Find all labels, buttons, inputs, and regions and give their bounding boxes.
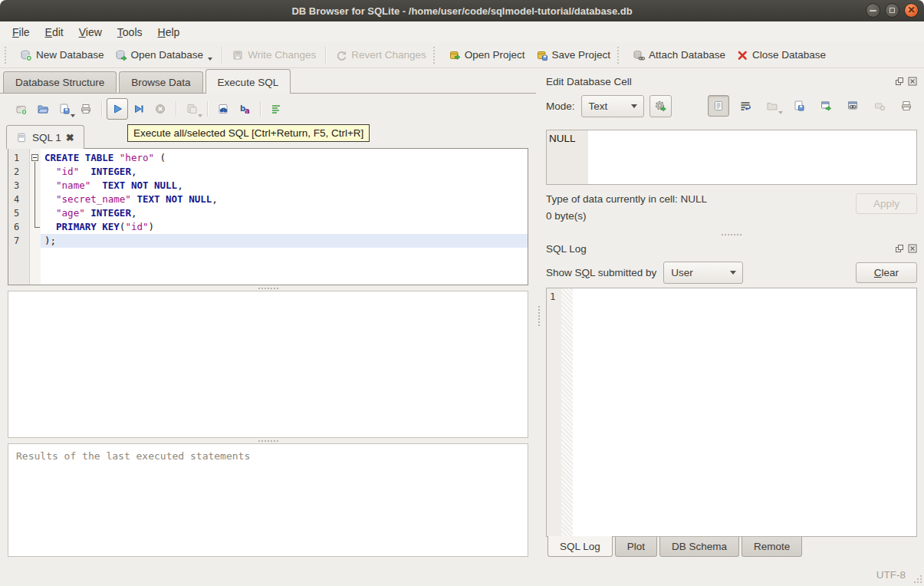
sql-editor[interactable]: 1CREATE TABLE "hero" (2 "id" INTEGER,3 "… bbox=[8, 148, 528, 285]
menu-file[interactable]: File bbox=[5, 23, 38, 41]
minimize-icon[interactable] bbox=[866, 3, 880, 18]
attach-database-button[interactable]: Attach Database bbox=[627, 46, 731, 64]
window-controls: ✕ bbox=[866, 3, 919, 18]
editor-line[interactable]: 1CREATE TABLE "hero" ( bbox=[8, 151, 528, 165]
open-sql-file-button[interactable] bbox=[32, 98, 54, 120]
tab-remote[interactable]: Remote bbox=[742, 537, 802, 557]
cell-value-label: NULL bbox=[547, 130, 588, 184]
open-in-external-app-button[interactable] bbox=[815, 95, 837, 117]
auto-apply-button[interactable] bbox=[649, 95, 672, 117]
save-project-button[interactable]: Save Project bbox=[531, 46, 617, 64]
sql-log-editor[interactable]: 1 bbox=[546, 288, 917, 537]
cell-value-editor[interactable]: NULL bbox=[546, 130, 917, 185]
editor-line[interactable]: 2 "id" INTEGER, bbox=[8, 165, 528, 179]
encoding-indicator[interactable]: UTF-8 bbox=[876, 569, 906, 581]
open-database-dropdown-icon[interactable] bbox=[208, 58, 212, 61]
editor-line[interactable]: 7); bbox=[8, 234, 528, 248]
stop-button[interactable] bbox=[150, 98, 171, 120]
save-project-icon bbox=[536, 49, 548, 61]
save-sql-file-button[interactable] bbox=[54, 98, 75, 120]
new-database-icon bbox=[20, 49, 32, 61]
editor-line[interactable]: 4 "secret_name" TEXT NOT NULL, bbox=[8, 193, 528, 206]
dock-float-icon[interactable] bbox=[895, 244, 904, 253]
tab-execute-sql[interactable]: Execute SQL bbox=[206, 69, 291, 94]
tab-plot[interactable]: Plot bbox=[615, 537, 657, 557]
menu-edit[interactable]: Edit bbox=[38, 23, 71, 41]
horizontal-splitter[interactable] bbox=[0, 285, 536, 291]
open-project-button[interactable]: Open Project bbox=[443, 46, 531, 64]
horizontal-splitter[interactable] bbox=[546, 230, 917, 239]
revert-changes-button[interactable]: Revert Changes bbox=[330, 46, 432, 64]
open-database-button[interactable]: Open Database bbox=[110, 46, 219, 64]
horizontal-splitter[interactable] bbox=[0, 438, 536, 443]
set-null-button[interactable] bbox=[869, 95, 890, 117]
menu-tools[interactable]: Tools bbox=[110, 23, 150, 41]
print-sql-button[interactable] bbox=[75, 98, 97, 120]
results-grid-panel[interactable] bbox=[8, 291, 528, 438]
menu-help[interactable]: Help bbox=[150, 23, 188, 41]
new-tab-button[interactable] bbox=[11, 98, 32, 120]
dock-close-icon[interactable] bbox=[908, 244, 917, 253]
menubar: File Edit View Tools Help bbox=[0, 21, 924, 42]
chevron-down-icon bbox=[631, 104, 637, 108]
sql-log-filter-row: Show SQL submitted by User Clear bbox=[546, 259, 917, 285]
sql-doc-tab[interactable]: SQL 1 ✖ bbox=[6, 125, 84, 149]
close-icon[interactable]: ✕ bbox=[904, 3, 919, 18]
export-data-icon bbox=[793, 100, 805, 112]
word-wrap-icon bbox=[739, 100, 751, 112]
toolbar-separator bbox=[325, 47, 326, 64]
import-data-icon bbox=[766, 100, 778, 112]
edit-cell-dock-header: Edit Database Cell bbox=[546, 74, 917, 89]
export-results-button[interactable] bbox=[181, 98, 202, 120]
mode-select-value: Text bbox=[589, 100, 608, 112]
right-pane: Edit Database Cell Mode: Text bbox=[541, 68, 924, 563]
toolbar-grip[interactable] bbox=[617, 47, 623, 64]
toolbar-grip[interactable] bbox=[5, 47, 10, 64]
auto-completion-button[interactable]: ba bbox=[234, 98, 255, 120]
open-project-label: Open Project bbox=[465, 49, 525, 61]
dock-close-icon[interactable] bbox=[908, 77, 917, 86]
sql-log-title: SQL Log bbox=[546, 243, 587, 255]
close-tab-icon[interactable]: ✖ bbox=[66, 133, 74, 143]
submitted-by-value: User bbox=[671, 267, 693, 278]
export-results-dropdown-icon[interactable] bbox=[198, 114, 202, 117]
left-pane: Database Structure Browse Data Execute S… bbox=[0, 68, 536, 563]
log-line-number: 1 bbox=[547, 288, 561, 536]
text-view-button[interactable] bbox=[708, 95, 729, 117]
tab-sql-log[interactable]: SQL Log bbox=[547, 536, 613, 557]
tab-database-structure[interactable]: Database Structure bbox=[3, 71, 117, 93]
submitted-by-select[interactable]: User bbox=[663, 262, 743, 284]
show-sql-label: Show SQL submitted by bbox=[546, 267, 656, 278]
open-database-label: Open Database bbox=[131, 49, 204, 61]
find-replace-button[interactable] bbox=[212, 98, 234, 120]
editor-line[interactable]: 3 "name" TEXT NOT NULL, bbox=[8, 179, 528, 193]
menu-view[interactable]: View bbox=[71, 23, 110, 41]
word-wrap-button[interactable] bbox=[735, 95, 756, 117]
maximize-icon[interactable] bbox=[885, 3, 899, 18]
import-dropdown-icon[interactable] bbox=[778, 111, 783, 114]
mode-select[interactable]: Text bbox=[581, 95, 644, 117]
tab-db-schema[interactable]: DB Schema bbox=[659, 537, 739, 557]
editor-line[interactable]: 5 "age" INTEGER, bbox=[8, 206, 528, 220]
copy-link-button[interactable] bbox=[842, 95, 863, 117]
toolbar-grip[interactable] bbox=[433, 47, 439, 64]
resize-grip[interactable] bbox=[912, 574, 922, 583]
titlebar: DB Browser for SQLite - /home/user/code/… bbox=[0, 0, 924, 21]
clear-log-button[interactable]: Clear bbox=[856, 262, 917, 283]
editor-line[interactable]: 6 PRIMARY KEY("id") bbox=[8, 220, 528, 234]
write-changes-button[interactable]: Write Changes bbox=[226, 46, 321, 64]
print-cell-button[interactable] bbox=[896, 95, 917, 117]
dock-float-icon[interactable] bbox=[895, 77, 904, 86]
close-database-button[interactable]: Close Database bbox=[731, 46, 831, 64]
execute-current-line-button[interactable] bbox=[128, 98, 150, 120]
results-message-panel[interactable]: Results of the last executed statements bbox=[8, 443, 528, 557]
new-database-button[interactable]: New Database bbox=[15, 46, 110, 64]
export-data-button[interactable] bbox=[788, 95, 810, 117]
tab-browse-data[interactable]: Browse Data bbox=[119, 71, 202, 93]
import-data-button[interactable] bbox=[761, 95, 783, 117]
format-sql-button[interactable] bbox=[265, 98, 287, 120]
attach-database-icon bbox=[633, 49, 645, 61]
vertical-splitter[interactable] bbox=[536, 68, 541, 563]
apply-button[interactable]: Apply bbox=[856, 193, 917, 214]
execute-all-button[interactable] bbox=[107, 98, 128, 120]
